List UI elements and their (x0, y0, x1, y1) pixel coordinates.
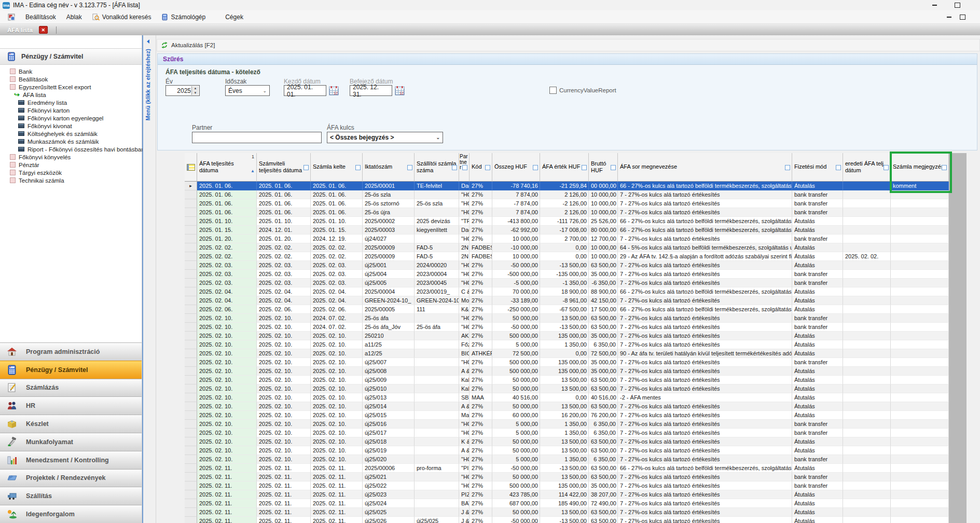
grid-cell[interactable]: 2025. 02. 10. (197, 358, 257, 367)
grid-cell[interactable] (843, 384, 891, 393)
grid-cell[interactable] (843, 208, 891, 217)
grid-cell[interactable]: 13 500,00 (540, 473, 589, 481)
grid-cell[interactable]: 27% (470, 314, 492, 323)
grid-cell[interactable]: 2025. 02. 11. (197, 490, 257, 499)
grid-cell[interactable]: Kak (459, 376, 470, 384)
grid-cell[interactable]: 2025. 02. 10. (257, 367, 311, 376)
grid-cell[interactable]: 2025/00001 (363, 182, 415, 190)
table-row[interactable]: 2025. 02. 10.2025. 02. 10.2025. 02. 10.ú… (185, 420, 949, 429)
grid-cell[interactable]: Átutalás (792, 490, 843, 499)
grid-cell[interactable]: Átutalás (792, 393, 843, 402)
grid-cell[interactable]: 2025. 02. 10. (257, 429, 311, 437)
grid-cell[interactable] (843, 376, 891, 384)
grid-cell[interactable] (891, 199, 949, 208)
table-row[interactable]: 2025. 02. 10.2025. 02. 10.2024. 07. 02.2… (185, 314, 949, 323)
grid-cell[interactable]: "HC (459, 314, 470, 323)
table-row[interactable]: 2025. 02. 02.2025. 02. 02.2025. 02. 02.2… (185, 252, 949, 261)
grid-cell[interactable]: 7 874,00 (492, 190, 540, 199)
grid-cell[interactable]: 27% (470, 208, 492, 217)
grid-cell[interactable]: 2025. 01. 06. (197, 208, 257, 217)
grid-cell[interactable]: új25/013 (363, 393, 415, 402)
menu-collapse-strip[interactable]: Menü (klikk az elrejtéshez) (142, 35, 156, 523)
grid-cell[interactable]: 2025. 02. 03. (311, 279, 363, 287)
grid-cell[interactable]: TE-felvitel (415, 182, 459, 190)
grid-cell[interactable]: 500 000,00 (492, 332, 540, 340)
grid-cell[interactable]: 5 000,00 (492, 340, 540, 349)
grid-cell[interactable]: 2N (459, 243, 470, 252)
grid-cell[interactable]: 2025. 01. 10. (257, 217, 311, 226)
grid-cell[interactable]: "HC (459, 190, 470, 199)
grid-cell[interactable] (891, 314, 949, 323)
grid-cell[interactable]: 2025. 02. 10. (311, 376, 363, 384)
row-indicator[interactable]: ▸ (185, 182, 197, 190)
menu-item-szamologep[interactable]: Számológép (157, 12, 210, 22)
grid-cell[interactable]: 2025. 02. 10. (197, 367, 257, 376)
table-row[interactable]: 2025. 01. 10.2025. 01. 10.2025. 01. 10.2… (185, 217, 949, 226)
grid-cell[interactable]: 7 - 27%-os kulcs alá tartozó értékesítés (618, 420, 792, 429)
table-row[interactable]: 2025. 02. 10.2025. 02. 10.2025. 02. 10.ú… (185, 384, 949, 393)
year-spinner-buttons[interactable]: ▲▼ (191, 86, 199, 95)
grid-cell[interactable]: 2025/00009 (363, 252, 415, 261)
grid-cell[interactable]: 18 900,00 (540, 287, 589, 296)
column-header-1[interactable]: Számviteli teljesítés dátuma (257, 153, 311, 182)
grid-cell[interactable] (843, 235, 891, 243)
grid-cell[interactable]: Átutalás (792, 349, 843, 358)
grid-cell[interactable]: 13 500,00 (540, 437, 589, 446)
grid-cell[interactable]: 2025. 02. 11. (311, 508, 363, 517)
grid-cell[interactable] (891, 384, 949, 393)
grid-cell[interactable] (891, 235, 949, 243)
grid-cell[interactable]: 5 000,00 (492, 420, 540, 429)
grid-cell[interactable]: 2025. 01. 06. (257, 208, 311, 217)
column-header-4[interactable]: Szállítói számla száma (415, 153, 459, 182)
grid-cell[interactable]: -50 000,00 (492, 464, 540, 473)
grid-cell[interactable]: 27% (470, 464, 492, 473)
grid-cell[interactable]: 2025. 02. 03. (257, 279, 311, 287)
grid-cell[interactable]: 2025. 02. 10. (197, 349, 257, 358)
grid-cell[interactable]: 00 000,00 (589, 182, 618, 190)
grid-cell[interactable] (891, 367, 949, 376)
grid-cell[interactable]: 66 - 27%-os kulcs alá tartozó belföldi t… (618, 226, 792, 235)
grid-cell[interactable]: 2025. 02. 03. (257, 270, 311, 279)
grid-cell[interactable]: 7 - 27%-os kulcs alá tartozó értékesítés (618, 199, 792, 208)
grid-cell[interactable]: 7 - 27%-os kulcs alá tartozó értékesítés (618, 235, 792, 243)
grid-cell[interactable]: 2025. 02. 11. (257, 490, 311, 499)
grid-cell[interactable] (843, 411, 891, 420)
column-filter-icon[interactable] (533, 165, 538, 170)
grid-cell[interactable]: 72 500,00 (589, 349, 618, 358)
grid-cell[interactable]: 2025. 02. 11. (257, 481, 311, 490)
column-header-7[interactable]: Összeg HUF (492, 153, 540, 182)
grid-cell[interactable]: 7 - 27%-os kulcs alá tartozó értékesítés (618, 323, 792, 332)
grid-cell[interactable]: 10 000,00 (492, 252, 540, 261)
table-row[interactable]: 2025. 02. 11.2025. 02. 11.2025. 02. 11.ú… (185, 473, 949, 481)
grid-cell[interactable] (415, 332, 459, 340)
grid-cell[interactable]: új25/001 (363, 261, 415, 270)
grid-cell[interactable] (843, 261, 891, 270)
grid-cell[interactable]: új25/010 (363, 384, 415, 393)
grid-cell[interactable]: -413 800,00 (492, 217, 540, 226)
grid-cell[interactable]: bank transfer (792, 358, 843, 367)
grid-cell[interactable]: 76 200,00 (589, 411, 618, 420)
grid-cell[interactable]: "HC (459, 279, 470, 287)
column-filter-icon[interactable] (884, 165, 889, 170)
grid-cell[interactable]: Átutalás (792, 243, 843, 252)
grid-cell[interactable]: 27% (470, 305, 492, 314)
start-date-input[interactable]: 2025. 01. 01. (284, 85, 326, 96)
table-row[interactable]: 2025. 01. 06.2025. 01. 06.2025. 01. 06.2… (185, 208, 949, 217)
grid-cell[interactable]: 27% (470, 367, 492, 376)
row-indicator[interactable] (185, 243, 197, 252)
grid-cell[interactable] (891, 455, 949, 464)
grid-cell[interactable]: 27% (470, 270, 492, 279)
grid-cell[interactable]: 25-ös szla (415, 199, 459, 208)
grid-cell[interactable]: 27% (470, 517, 492, 523)
currency-value-report-checkbox[interactable]: CurrencyValueReport (549, 87, 616, 94)
grid-cell[interactable] (415, 208, 459, 217)
grid-cell[interactable] (843, 481, 891, 490)
collapse-arrow-icon[interactable] (147, 39, 149, 44)
grid-cell[interactable]: 25-ös újra (363, 208, 415, 217)
column-filter-icon[interactable] (836, 165, 841, 170)
sidebar-nav-tools[interactable]: Munkafolyamat (0, 433, 142, 451)
grid-cell[interactable]: Átutalás (792, 217, 843, 226)
grid-cell[interactable]: 7 - 27%-os kulcs alá tartozó értékesítés (618, 429, 792, 437)
grid-cell[interactable]: Átutalás (792, 305, 843, 314)
grid-cell[interactable]: új25/024 (363, 499, 415, 508)
